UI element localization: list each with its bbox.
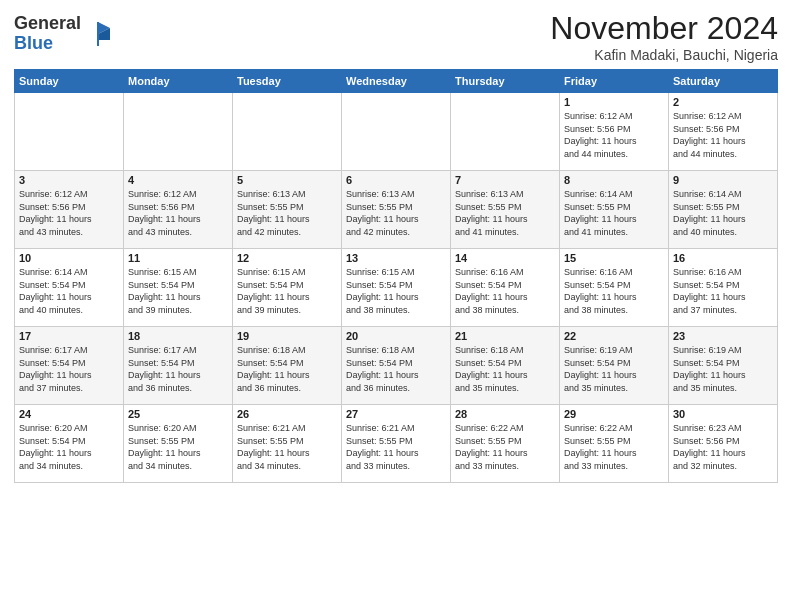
calendar-cell-w4d6: 22Sunrise: 6:19 AM Sunset: 5:54 PM Dayli… [560,327,669,405]
day-number: 28 [455,408,555,420]
day-number: 4 [128,174,228,186]
calendar-cell-w1d4 [342,93,451,171]
day-info: Sunrise: 6:18 AM Sunset: 5:54 PM Dayligh… [237,344,337,394]
day-info: Sunrise: 6:15 AM Sunset: 5:54 PM Dayligh… [346,266,446,316]
col-thursday: Thursday [451,70,560,93]
calendar-cell-w2d1: 3Sunrise: 6:12 AM Sunset: 5:56 PM Daylig… [15,171,124,249]
logo-flag-icon [84,20,112,48]
day-info: Sunrise: 6:21 AM Sunset: 5:55 PM Dayligh… [237,422,337,472]
day-info: Sunrise: 6:15 AM Sunset: 5:54 PM Dayligh… [237,266,337,316]
page: General Blue November 2024 Kafin Madaki,… [0,0,792,612]
day-info: Sunrise: 6:14 AM Sunset: 5:55 PM Dayligh… [673,188,773,238]
day-info: Sunrise: 6:13 AM Sunset: 5:55 PM Dayligh… [346,188,446,238]
col-sunday: Sunday [15,70,124,93]
day-number: 7 [455,174,555,186]
day-number: 20 [346,330,446,342]
calendar-cell-w3d2: 11Sunrise: 6:15 AM Sunset: 5:54 PM Dayli… [124,249,233,327]
day-number: 11 [128,252,228,264]
col-saturday: Saturday [669,70,778,93]
day-number: 18 [128,330,228,342]
calendar-cell-w1d1 [15,93,124,171]
day-number: 12 [237,252,337,264]
day-number: 24 [19,408,119,420]
day-info: Sunrise: 6:20 AM Sunset: 5:54 PM Dayligh… [19,422,119,472]
day-info: Sunrise: 6:13 AM Sunset: 5:55 PM Dayligh… [237,188,337,238]
calendar-week-3: 10Sunrise: 6:14 AM Sunset: 5:54 PM Dayli… [15,249,778,327]
day-number: 9 [673,174,773,186]
day-number: 2 [673,96,773,108]
day-number: 19 [237,330,337,342]
day-number: 30 [673,408,773,420]
calendar-cell-w3d6: 15Sunrise: 6:16 AM Sunset: 5:54 PM Dayli… [560,249,669,327]
day-info: Sunrise: 6:12 AM Sunset: 5:56 PM Dayligh… [128,188,228,238]
day-number: 5 [237,174,337,186]
calendar-cell-w4d3: 19Sunrise: 6:18 AM Sunset: 5:54 PM Dayli… [233,327,342,405]
day-info: Sunrise: 6:23 AM Sunset: 5:56 PM Dayligh… [673,422,773,472]
day-info: Sunrise: 6:19 AM Sunset: 5:54 PM Dayligh… [673,344,773,394]
calendar-cell-w5d3: 26Sunrise: 6:21 AM Sunset: 5:55 PM Dayli… [233,405,342,483]
calendar-cell-w2d6: 8Sunrise: 6:14 AM Sunset: 5:55 PM Daylig… [560,171,669,249]
logo-blue-text: Blue [14,33,53,53]
col-monday: Monday [124,70,233,93]
day-number: 3 [19,174,119,186]
day-number: 16 [673,252,773,264]
day-info: Sunrise: 6:15 AM Sunset: 5:54 PM Dayligh… [128,266,228,316]
day-number: 15 [564,252,664,264]
month-title: November 2024 [550,10,778,47]
calendar-cell-w3d1: 10Sunrise: 6:14 AM Sunset: 5:54 PM Dayli… [15,249,124,327]
day-info: Sunrise: 6:13 AM Sunset: 5:55 PM Dayligh… [455,188,555,238]
day-info: Sunrise: 6:21 AM Sunset: 5:55 PM Dayligh… [346,422,446,472]
calendar-cell-w1d3 [233,93,342,171]
calendar-cell-w5d7: 30Sunrise: 6:23 AM Sunset: 5:56 PM Dayli… [669,405,778,483]
day-info: Sunrise: 6:18 AM Sunset: 5:54 PM Dayligh… [455,344,555,394]
day-info: Sunrise: 6:19 AM Sunset: 5:54 PM Dayligh… [564,344,664,394]
day-number: 6 [346,174,446,186]
calendar-week-5: 24Sunrise: 6:20 AM Sunset: 5:54 PM Dayli… [15,405,778,483]
calendar-week-2: 3Sunrise: 6:12 AM Sunset: 5:56 PM Daylig… [15,171,778,249]
day-info: Sunrise: 6:16 AM Sunset: 5:54 PM Dayligh… [673,266,773,316]
day-info: Sunrise: 6:17 AM Sunset: 5:54 PM Dayligh… [19,344,119,394]
day-info: Sunrise: 6:12 AM Sunset: 5:56 PM Dayligh… [673,110,773,160]
calendar-cell-w3d3: 12Sunrise: 6:15 AM Sunset: 5:54 PM Dayli… [233,249,342,327]
day-number: 27 [346,408,446,420]
day-number: 14 [455,252,555,264]
day-info: Sunrise: 6:18 AM Sunset: 5:54 PM Dayligh… [346,344,446,394]
calendar-week-4: 17Sunrise: 6:17 AM Sunset: 5:54 PM Dayli… [15,327,778,405]
day-info: Sunrise: 6:12 AM Sunset: 5:56 PM Dayligh… [19,188,119,238]
calendar-cell-w1d6: 1Sunrise: 6:12 AM Sunset: 5:56 PM Daylig… [560,93,669,171]
day-info: Sunrise: 6:22 AM Sunset: 5:55 PM Dayligh… [455,422,555,472]
header: General Blue November 2024 Kafin Madaki,… [14,10,778,63]
day-info: Sunrise: 6:16 AM Sunset: 5:54 PM Dayligh… [564,266,664,316]
day-number: 1 [564,96,664,108]
day-info: Sunrise: 6:16 AM Sunset: 5:54 PM Dayligh… [455,266,555,316]
calendar-cell-w1d7: 2Sunrise: 6:12 AM Sunset: 5:56 PM Daylig… [669,93,778,171]
day-number: 21 [455,330,555,342]
logo: General Blue [14,14,112,54]
calendar-cell-w4d2: 18Sunrise: 6:17 AM Sunset: 5:54 PM Dayli… [124,327,233,405]
col-friday: Friday [560,70,669,93]
calendar-cell-w4d7: 23Sunrise: 6:19 AM Sunset: 5:54 PM Dayli… [669,327,778,405]
calendar-week-1: 1Sunrise: 6:12 AM Sunset: 5:56 PM Daylig… [15,93,778,171]
location: Kafin Madaki, Bauchi, Nigeria [550,47,778,63]
calendar-cell-w5d4: 27Sunrise: 6:21 AM Sunset: 5:55 PM Dayli… [342,405,451,483]
calendar-cell-w5d1: 24Sunrise: 6:20 AM Sunset: 5:54 PM Dayli… [15,405,124,483]
calendar-cell-w1d5 [451,93,560,171]
day-number: 29 [564,408,664,420]
calendar-cell-w2d2: 4Sunrise: 6:12 AM Sunset: 5:56 PM Daylig… [124,171,233,249]
calendar-cell-w2d7: 9Sunrise: 6:14 AM Sunset: 5:55 PM Daylig… [669,171,778,249]
title-area: November 2024 Kafin Madaki, Bauchi, Nige… [550,10,778,63]
day-number: 22 [564,330,664,342]
calendar-cell-w5d5: 28Sunrise: 6:22 AM Sunset: 5:55 PM Dayli… [451,405,560,483]
day-info: Sunrise: 6:22 AM Sunset: 5:55 PM Dayligh… [564,422,664,472]
col-tuesday: Tuesday [233,70,342,93]
calendar-cell-w1d2 [124,93,233,171]
calendar-cell-w5d2: 25Sunrise: 6:20 AM Sunset: 5:55 PM Dayli… [124,405,233,483]
day-info: Sunrise: 6:14 AM Sunset: 5:54 PM Dayligh… [19,266,119,316]
calendar-cell-w4d1: 17Sunrise: 6:17 AM Sunset: 5:54 PM Dayli… [15,327,124,405]
calendar-cell-w5d6: 29Sunrise: 6:22 AM Sunset: 5:55 PM Dayli… [560,405,669,483]
day-number: 17 [19,330,119,342]
day-number: 10 [19,252,119,264]
day-number: 13 [346,252,446,264]
calendar-cell-w3d4: 13Sunrise: 6:15 AM Sunset: 5:54 PM Dayli… [342,249,451,327]
calendar-cell-w3d5: 14Sunrise: 6:16 AM Sunset: 5:54 PM Dayli… [451,249,560,327]
